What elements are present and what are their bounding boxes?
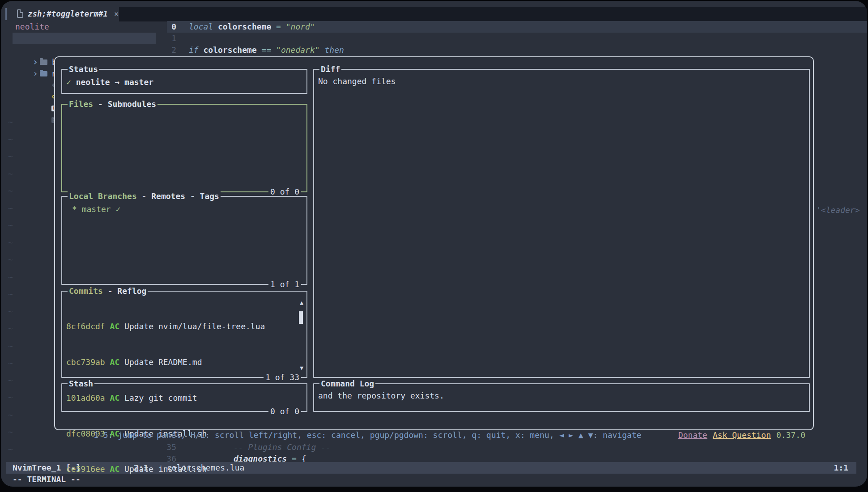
string-onedark: "onedark" [276,45,324,55]
keyword-if: if [189,45,204,55]
check-icon: ✓ [66,77,71,87]
tree-item-blob[interactable]: ›blob [1,44,164,56]
commit-row[interactable]: cbc739ab AC Update README.md [66,356,265,369]
commit-row[interactable]: 8cf6dcdf AC Update nvim/lua/file-tree.lu… [66,321,265,333]
branches-panel[interactable]: Local Branches - Remotes - Tags * master… [61,196,307,285]
status-panel[interactable]: Status ✓ neolite → master [61,69,307,94]
ask-question-link[interactable]: Ask Question [713,430,771,440]
status-panel-title: Status [68,64,99,75]
tree-root[interactable]: neolite [1,21,164,33]
identifier-colorscheme: colorscheme [204,45,262,55]
lazygit-version: 0.37.0 [776,430,805,440]
scroll-up-icon[interactable]: ▲ [300,300,303,305]
statusline-cursor-position: 1:1 [834,462,848,474]
tab-close-icon[interactable]: × [114,7,119,21]
identifier-colorscheme: colorscheme [213,22,276,31]
commit-message: Update install.sh [124,464,207,474]
tree-selection-highlight [13,33,156,44]
tab-toggleterm[interactable]: zsh;#toggleterm#1 × [1,7,119,21]
status-row: ✓ neolite → master [66,76,153,88]
command-log-panel[interactable]: Command Log and the repository exists. [313,383,810,412]
commit-row[interactable]: ce5916ee AC Update install.sh [66,463,265,475]
string-nord: "nord" [286,22,315,31]
stash-panel-title: Stash [68,378,94,390]
repo-branch-label: neolite → master [71,77,153,87]
commit-author-initials: AC [110,464,120,474]
commits-panel[interactable]: Commits - Reflog 8cf6dcdf AC Update nvim… [61,291,307,378]
commit-hash: ce5916ee [66,464,105,474]
branch-row[interactable]: * master ✓ [72,203,120,215]
command-log-title: Command Log [319,378,375,390]
scroll-down-icon[interactable]: ▼ [300,365,303,371]
terminal-window: zsh;#toggleterm#1 × 0 local colorscheme … [1,1,867,487]
branch-master-label: * master ✓ [72,204,120,214]
code-line-0: local colorscheme = "nord" [189,21,315,33]
keyword-local: local [189,22,213,31]
diff-panel[interactable]: Diff No changed files [313,69,810,378]
tabbar-background [119,7,867,21]
stash-count: 0 of 0 [268,406,301,417]
commit-hash: cbc739ab [66,357,105,367]
commit-author-initials: AC [110,357,120,367]
donate-link[interactable]: Donate [678,430,707,440]
tree-item-git[interactable]: ›.git [1,33,164,44]
files-panel[interactable]: Files - Submodules 0 of 0 [61,104,307,192]
pending-keys-indicator: '<leader> [816,204,860,216]
empty-buffer-tildes: ~ ~ ~ ~ ~ ~ ~ ~ ~ ~ ~ ~ ~ ~ ~ ~ ~ ~ ~ ~ [8,114,13,458]
code-line-2: if colorscheme == "onedark" then [189,44,344,56]
scrollbar-thumb[interactable] [299,311,303,324]
command-log-content: and the repository exists. [318,390,444,402]
commits-count: 1 of 33 [264,372,301,383]
tab-active-indicator [5,8,7,20]
file-icon [17,9,23,18]
files-panel-title: Files - Submodules [68,98,157,110]
lazygit-float-window: Status ✓ neolite → master Files - Submod… [54,56,814,430]
branches-count: 1 of 1 [268,279,301,290]
keyword-then: then [324,45,344,55]
keybinding-hints: 1-5: jump to panel, H/L: scroll left/rig… [94,430,642,440]
diff-panel-title: Diff [319,64,341,75]
tab-title: zsh;#toggleterm#1 [28,7,108,21]
operator-equals: == [262,45,277,55]
commits-panel-title: Commits - Reflog [68,285,148,297]
diff-content: No changed files [318,75,396,87]
lazygit-keybindings-bar: 1-5: jump to panel, H/L: scroll left/rig… [64,418,805,429]
commit-message: Update nvim/lua/file-tree.lua [124,322,265,331]
tree-root-label: neolite [1,22,49,31]
stash-panel[interactable]: Stash 0 of 0 [61,383,307,412]
commit-hash: 8cf6dcdf [66,322,105,331]
branches-panel-title: Local Branches - Remotes - Tags [68,191,221,202]
commit-message: Update README.md [124,357,202,367]
operator-assign: = [276,22,286,31]
commit-author-initials: AC [110,322,120,331]
